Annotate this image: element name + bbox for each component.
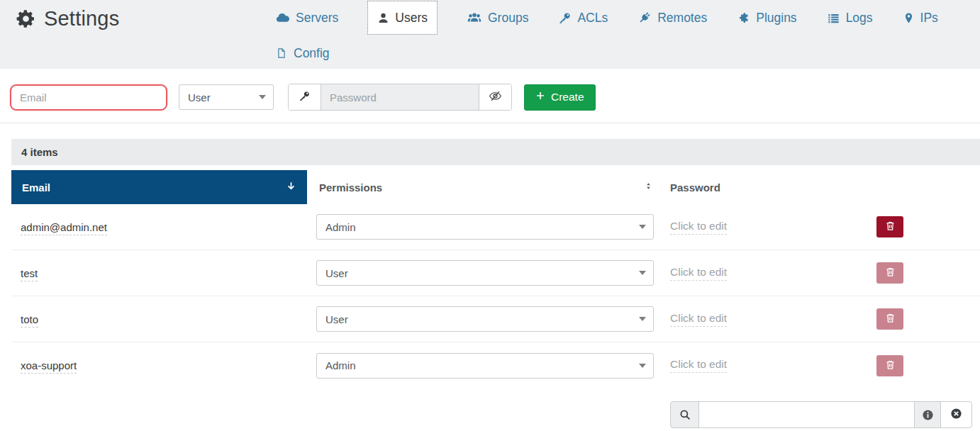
row-permission-select[interactable]: Admin <box>316 353 654 379</box>
password-edit-link[interactable]: Click to edit <box>670 312 727 327</box>
row-permission-select[interactable]: Admin <box>316 214 654 240</box>
delete-user-button[interactable] <box>876 355 903 376</box>
tab-servers[interactable]: Servers <box>275 0 338 35</box>
header: Settings Servers Users Groups ACLs Remot… <box>0 0 980 69</box>
gear-icon <box>16 9 36 29</box>
tab-users[interactable]: Users <box>368 1 437 34</box>
tab-label: Logs <box>846 11 873 26</box>
user-permission-cell: User <box>307 260 660 286</box>
tab-plugins[interactable]: Plugins <box>737 0 796 35</box>
chevron-down-icon <box>639 225 646 229</box>
row-permission-value: User <box>325 267 348 279</box>
trash-icon <box>885 313 896 325</box>
row-permission-select[interactable]: User <box>316 260 654 286</box>
password-field[interactable] <box>321 84 479 110</box>
tab-label: Groups <box>488 11 528 26</box>
page-title-text: Settings <box>44 7 119 30</box>
map-pin-icon <box>903 12 915 24</box>
column-label: Permissions <box>319 181 382 194</box>
page-title: Settings <box>16 0 119 37</box>
column-header-permissions[interactable]: Permissions <box>307 170 660 204</box>
user-email-cell: xoa-support <box>11 359 307 371</box>
users-panel: User Create 4 items <box>0 84 980 428</box>
tab-remotes[interactable]: Remotes <box>637 0 707 35</box>
chevron-down-icon <box>639 317 646 321</box>
close-icon <box>950 408 962 422</box>
tab-ips[interactable]: IPs <box>903 0 938 35</box>
list-icon <box>827 11 840 25</box>
create-button-label: Create <box>551 91 584 103</box>
tab-label: ACLs <box>577 11 608 26</box>
table-row: toto User Click to edit <box>11 296 980 342</box>
key-icon <box>299 90 311 104</box>
delete-user-button[interactable] <box>876 308 903 330</box>
sort-descending-icon <box>286 181 296 194</box>
row-permission-value: User <box>325 313 348 325</box>
password-group <box>288 84 512 111</box>
settings-page: Settings Servers Users Groups ACLs Remot… <box>0 0 980 428</box>
tab-label: Users <box>395 11 428 26</box>
trash-icon <box>885 267 896 279</box>
tab-label: Plugins <box>756 11 796 26</box>
table-filter-bar <box>0 401 980 428</box>
plus-icon <box>535 91 545 103</box>
tab-label: IPs <box>920 11 938 26</box>
column-label: Email <box>22 181 50 194</box>
tab-logs[interactable]: Logs <box>827 0 873 35</box>
user-permission-cell: Admin <box>307 214 660 240</box>
delete-user-button[interactable] <box>876 216 903 237</box>
filter-input[interactable] <box>698 401 915 428</box>
user-password-cell: Click to edit <box>660 262 980 284</box>
user-email-editable[interactable]: admin@admin.net <box>21 221 107 235</box>
sort-icon <box>644 181 653 194</box>
eye-slash-icon <box>489 89 502 105</box>
table-header-row: Email Permissions Password <box>11 170 980 204</box>
password-edit-link[interactable]: Click to edit <box>670 266 727 281</box>
row-permission-select[interactable]: User <box>316 306 654 332</box>
user-password-cell: Click to edit <box>660 308 980 330</box>
tab-config[interactable]: Config <box>275 35 330 71</box>
clear-filter-button[interactable] <box>940 401 972 428</box>
items-count-band: 4 items <box>11 139 980 165</box>
user-permission-cell: Admin <box>307 353 660 379</box>
permission-select-value: User <box>188 91 211 103</box>
chevron-down-icon <box>639 364 646 368</box>
permission-select[interactable]: User <box>179 84 274 110</box>
table-row: test User Click to edit <box>11 250 980 296</box>
user-email-editable[interactable]: toto <box>21 313 38 328</box>
delete-user-button[interactable] <box>876 262 903 284</box>
table-row: admin@admin.net Admin Click to edit <box>11 204 980 250</box>
user-email-editable[interactable]: test <box>21 267 38 281</box>
email-field[interactable] <box>10 84 167 111</box>
password-edit-link[interactable]: Click to edit <box>670 220 727 235</box>
generate-password-button[interactable] <box>289 84 321 110</box>
users-table: Email Permissions Password admin@admin.n… <box>11 170 980 388</box>
tab-label: Remotes <box>657 11 707 26</box>
user-email-editable[interactable]: xoa-support <box>21 359 77 374</box>
key-icon <box>558 11 572 25</box>
divider <box>0 123 980 123</box>
tab-groups[interactable]: Groups <box>467 0 528 35</box>
toggle-password-visibility-button[interactable] <box>479 84 511 110</box>
user-password-cell: Click to edit <box>660 216 980 237</box>
table-row: xoa-support Admin Click to edit <box>11 342 980 388</box>
filter-group <box>670 401 972 428</box>
column-label: Password <box>670 181 720 194</box>
row-permission-value: Admin <box>325 221 356 233</box>
tab-acls[interactable]: ACLs <box>558 0 608 35</box>
user-email-cell: toto <box>11 313 307 325</box>
user-permission-cell: User <box>307 306 660 332</box>
user-password-cell: Click to edit <box>660 355 980 376</box>
search-icon <box>670 401 699 428</box>
chevron-down-icon <box>639 271 646 275</box>
row-permission-value: Admin <box>325 359 356 371</box>
column-header-password: Password <box>660 170 980 204</box>
tab-label: Config <box>294 46 330 61</box>
user-email-cell: test <box>11 267 307 279</box>
password-edit-link[interactable]: Click to edit <box>670 358 727 373</box>
column-header-email[interactable]: Email <box>11 170 307 204</box>
plug-icon <box>637 11 652 25</box>
cloud-icon <box>275 11 290 26</box>
trash-icon <box>885 220 896 233</box>
create-button[interactable]: Create <box>524 84 596 111</box>
